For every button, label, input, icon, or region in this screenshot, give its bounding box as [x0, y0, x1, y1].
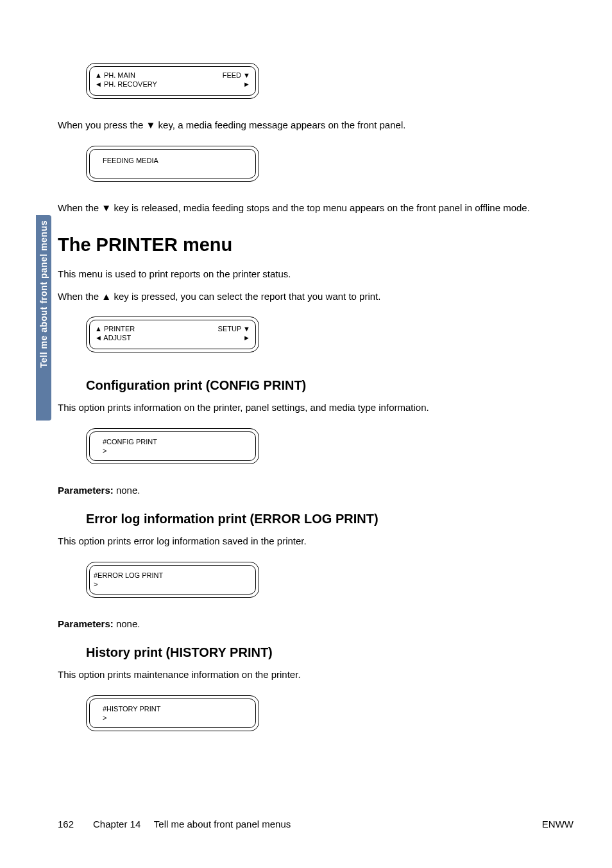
lcd-text: ▲ PH. MAIN: [95, 71, 135, 80]
lcd-panel-config-print: #CONFIG PRINT >: [86, 428, 259, 464]
side-tab: Tell me about front panel menus: [36, 215, 51, 421]
side-tab-label: Tell me about front panel menus: [38, 220, 49, 368]
parameters-line: Parameters: none.: [58, 617, 574, 632]
footer-right: ENWW: [542, 819, 574, 829]
lcd-panel-ph-main: ▲ PH. MAIN FEED ▼ ◄ PH. RECOVERY ►: [86, 63, 259, 99]
body-paragraph: This option prints information on the pr…: [58, 401, 574, 415]
lcd-text: #HISTORY PRINT: [95, 704, 250, 713]
lcd-text: FEED ▼: [223, 71, 250, 80]
heading-history-print: History print (HISTORY PRINT): [86, 645, 574, 660]
heading-printer-menu: The PRINTER menu: [58, 234, 574, 256]
body-paragraph: This option prints error log information…: [58, 534, 574, 549]
body-paragraph: This menu is used to print reports on th…: [58, 267, 574, 282]
lcd-text: ►: [243, 333, 250, 342]
parameters-line: Parameters: none.: [58, 483, 574, 498]
page-content: ▲ PH. MAIN FEED ▼ ◄ PH. RECOVERY ► When …: [58, 58, 574, 743]
body-paragraph: This option prints maintenance informati…: [58, 668, 574, 682]
parameters-label: Parameters:: [58, 618, 114, 629]
lcd-panel-error-log-print: #ERROR LOG PRINT >: [86, 562, 259, 598]
page-footer: 162 Chapter 14 Tell me about front panel…: [58, 819, 574, 829]
chapter-title: Tell me about front panel menus: [154, 819, 291, 829]
heading-error-log-print: Error log information print (ERROR LOG P…: [86, 512, 574, 526]
lcd-text: >: [94, 580, 250, 589]
body-paragraph: When the ▲ key is pressed, you can selec…: [58, 290, 574, 304]
lcd-text: ▲ PRINTER: [95, 324, 135, 333]
lcd-text: SETUP ▼: [218, 324, 250, 333]
parameters-value: none.: [114, 618, 140, 629]
lcd-text: FEEDING MEDIA: [95, 156, 250, 165]
lcd-panel-printer: ▲ PRINTER SETUP ▼ ◄ ADJUST ►: [86, 317, 259, 352]
lcd-panel-history-print: #HISTORY PRINT >: [86, 695, 259, 731]
lcd-text: ►: [243, 80, 250, 89]
lcd-text: #ERROR LOG PRINT: [94, 571, 250, 580]
parameters-value: none.: [114, 485, 140, 496]
lcd-text: >: [95, 713, 250, 722]
heading-config-print: Configuration print (CONFIG PRINT): [86, 378, 574, 393]
lcd-panel-feeding-media: FEEDING MEDIA: [86, 146, 259, 182]
body-paragraph: When the ▼ key is released, media feedin…: [58, 201, 574, 216]
parameters-label: Parameters:: [58, 485, 114, 496]
body-paragraph: When you press the ▼ key, a media feedin…: [58, 118, 574, 133]
chapter-label: Chapter 14: [93, 819, 140, 829]
lcd-text: ◄ PH. RECOVERY: [95, 80, 157, 89]
page-number: 162: [58, 819, 74, 829]
lcd-text: ◄ ADJUST: [95, 333, 131, 342]
lcd-text: #CONFIG PRINT: [95, 437, 250, 446]
lcd-text: >: [95, 446, 250, 455]
